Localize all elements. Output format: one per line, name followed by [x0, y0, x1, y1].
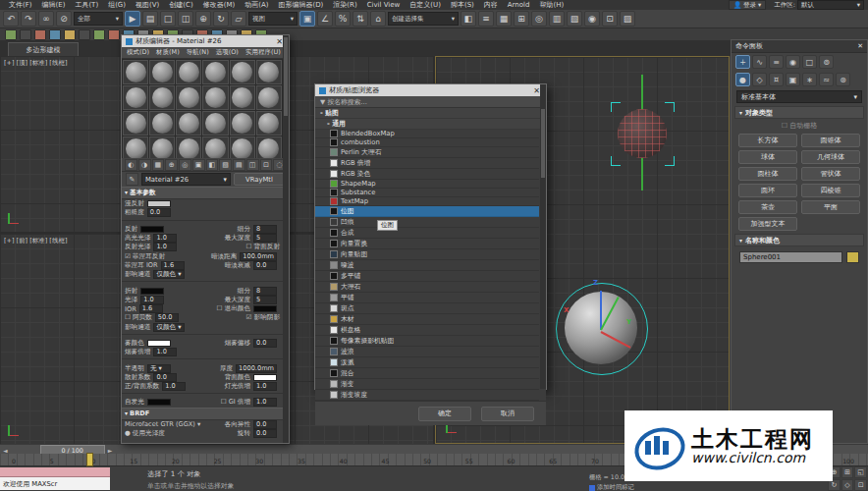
group-general[interactable]: - 通用 [315, 119, 546, 130]
toolbar-icon[interactable]: ▣ [299, 11, 315, 27]
material-sample-slot[interactable] [202, 111, 228, 136]
name-color-rollout[interactable]: 名称和颜色 [734, 234, 864, 246]
map-list-item[interactable]: 渐变坡度 [315, 390, 539, 401]
parameter-value[interactable]: 0.0 [253, 420, 277, 429]
parameter-row[interactable]: 光泽 1.0 最大深度 5 [122, 296, 283, 304]
toolbar-icon[interactable]: ▶ [125, 11, 140, 27]
selection-filter-dropdown[interactable]: 全部▾ [74, 12, 123, 26]
map-browser-titlebar[interactable]: 材质/贴图浏览器 ✕ [315, 84, 546, 96]
map-list-item[interactable]: 向量贴图 [315, 249, 539, 260]
parameter-value[interactable]: 1.6 [139, 304, 163, 313]
menu-item[interactable]: 工具(T) [70, 1, 103, 9]
maxscript-mini-listener[interactable]: 欢迎使用 MAXScr [0, 467, 110, 491]
parameter-row[interactable]: ● 使用光泽度 旋转 0.0 [122, 429, 283, 438]
parameter-row[interactable]: 影响通道 仅颜色 ▾ [122, 270, 283, 279]
primitive-button[interactable]: 圆柱体 [738, 167, 797, 181]
color-swatch[interactable] [147, 200, 171, 207]
material-editor-menu-item[interactable]: 实用程序(U) [245, 48, 281, 57]
parameter-row[interactable]: 漫反射 [122, 199, 283, 208]
map-list-scrollbar[interactable] [540, 84, 546, 389]
parameter-value[interactable]: 仅颜色 ▾ [153, 270, 184, 279]
material-sample-slot[interactable] [123, 111, 148, 136]
toolbar-icon[interactable]: ∠ [317, 11, 333, 27]
material-sample-slot[interactable] [256, 136, 282, 158]
menu-item[interactable]: 文件(F) [4, 1, 37, 9]
material-sample-slot[interactable] [230, 136, 255, 158]
create-category-icon[interactable]: ▣ [786, 73, 800, 86]
parameter-row[interactable]: 半透明 无 ▾ 厚度 1000.0mm [122, 363, 283, 372]
material-editor-tool-icon[interactable]: ◑ [138, 159, 151, 171]
parameter-row[interactable]: 菲涅耳 IOR 1.6 暗淡衰减 0.0 [122, 261, 283, 270]
material-sample-slot[interactable] [149, 85, 175, 110]
ribbon-icon[interactable] [64, 29, 76, 40]
material-editor-tool-icon[interactable]: ▣ [192, 159, 205, 171]
reference-coordinate-dropdown[interactable]: 视图▾ [248, 12, 298, 26]
material-editor-tool-icon[interactable]: ◐ [125, 159, 137, 171]
parameter-value[interactable]: 1.0 [162, 382, 186, 391]
toolbar-icon[interactable]: ⌂ [370, 11, 386, 27]
parameter-value[interactable]: 0.0 [153, 373, 177, 382]
object-color-swatch[interactable] [846, 251, 859, 263]
add-time-tag[interactable]: 添加时间标记 [589, 483, 634, 491]
material-editor-menu-item[interactable]: 选项(O) [216, 48, 239, 57]
command-panel-tab-icon[interactable]: + [735, 55, 750, 69]
viewport-nav-icon[interactable]: ⊡ [854, 479, 867, 491]
primitive-button[interactable]: 管状体 [801, 167, 860, 181]
parameter-row[interactable]: 雾颜色 烟雾偏移 0.0 [122, 339, 283, 348]
parameter-value[interactable]: 1.0 [153, 234, 177, 243]
listener-script-line[interactable]: 欢迎使用 MAXScr [0, 477, 110, 490]
primitive-button[interactable]: 几何球体 [801, 150, 860, 164]
menu-item[interactable]: 自定义(U) [405, 1, 446, 9]
parameter-value[interactable]: 1.0 [140, 296, 164, 304]
parameters-scrollbar[interactable] [283, 35, 289, 443]
command-panel-titlebar[interactable]: 命令面板 ✕ [732, 40, 867, 53]
map-list-item[interactable]: 泼溅 [315, 357, 539, 368]
material-sample-slot[interactable] [256, 85, 282, 110]
next-frame-arrow[interactable]: ► [105, 447, 116, 454]
material-editor-menu-item[interactable]: 模式(D) [127, 48, 149, 57]
toolbar-icon[interactable]: ↶ [3, 11, 19, 27]
menu-item[interactable]: 组(G) [103, 1, 131, 9]
parameter-value[interactable]: 0.0 [147, 208, 171, 217]
object-type-rollout[interactable]: 对象类型 [734, 106, 864, 119]
menu-item[interactable]: 内容 [479, 1, 503, 9]
color-swatch[interactable] [253, 374, 277, 381]
previous-frame-arrow[interactable]: ◄ [0, 447, 11, 454]
menu-item[interactable]: Arnold [503, 1, 535, 9]
ribbon-icon[interactable] [79, 29, 90, 40]
material-sample-slot[interactable] [123, 60, 148, 84]
autogrid-checkbox[interactable]: ☐ 自动栅格 [732, 121, 867, 131]
ribbon-tab-polygon-modeling[interactable]: 多边形建模 [8, 42, 79, 56]
material-editor-tool-icon[interactable]: ⊕ [165, 159, 178, 171]
parameter-row[interactable]: BRDF [122, 408, 283, 420]
map-list-item[interactable]: 大理石 [315, 282, 539, 293]
viewport-nav-icon[interactable]: ⊞ [841, 466, 854, 478]
toolbar-icon[interactable]: ⊘ [56, 11, 72, 27]
viewport-top-label[interactable]: [+] [顶] [标准] [线框] [4, 59, 67, 68]
create-category-icon[interactable]: ● [735, 73, 750, 86]
menu-item[interactable]: 修改器(M) [198, 1, 241, 9]
listener-macro-line[interactable] [0, 467, 110, 477]
map-list-item[interactable]: Perlin 大理石 [315, 147, 539, 158]
parameter-row[interactable]: 粗糙度 0.0 [122, 208, 283, 217]
color-swatch[interactable] [253, 305, 277, 312]
time-slider-marker[interactable] [86, 453, 93, 466]
ribbon-icon[interactable] [108, 29, 120, 40]
toolbar-icon[interactable]: % [335, 11, 351, 27]
map-list-item[interactable]: ShapeMap [315, 180, 539, 189]
material-sample-slot[interactable] [176, 85, 201, 110]
ribbon-icon[interactable] [49, 29, 61, 40]
material-sample-slot[interactable] [123, 136, 148, 158]
primitive-button[interactable]: 圆锥体 [801, 134, 860, 147]
menu-item[interactable]: 图形编辑器(D) [273, 1, 328, 9]
map-list-item[interactable]: 棋盘格 [315, 325, 539, 336]
primitive-button[interactable]: 茶壶 [738, 200, 797, 214]
toolbar-icon[interactable]: ◫ [178, 11, 193, 27]
create-category-icon[interactable]: ⊛ [836, 73, 850, 86]
parameter-row[interactable]: IOR 1.6 ☐ 退出颜色 [122, 304, 283, 313]
primitive-button[interactable]: 圆环 [738, 184, 797, 197]
map-list-item[interactable]: 噪波 [315, 260, 539, 271]
primitive-button[interactable]: 四棱锥 [801, 184, 860, 197]
material-sample-slot[interactable] [149, 60, 175, 84]
parameter-row[interactable]: 自发光 ☐ GI 倍增 1.0 [122, 398, 283, 407]
